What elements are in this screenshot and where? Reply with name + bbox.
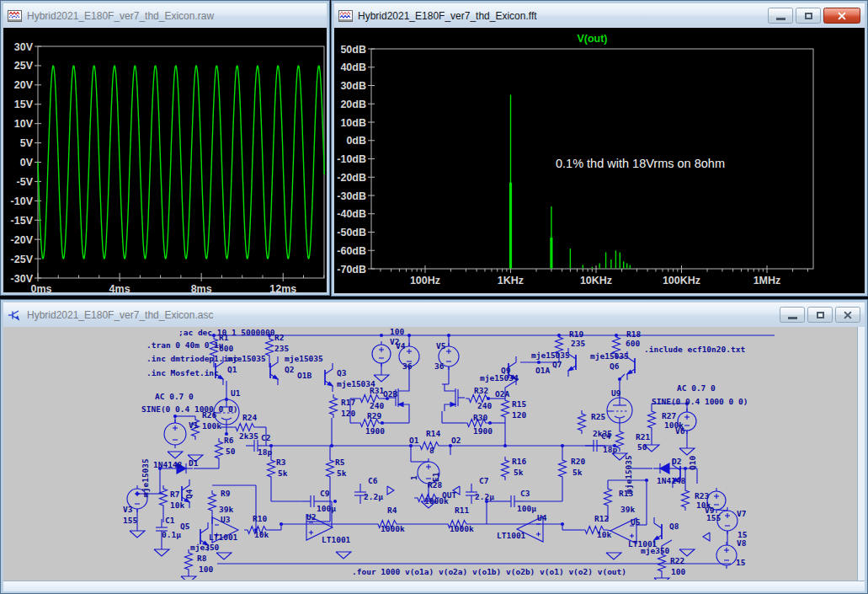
schematic-label: R3 [276, 458, 286, 467]
time-plot-frame: 30V25V20V15V10V5V0V-5V-10V-15V-20V-25V-3… [11, 41, 324, 296]
schematic-labels: ;ac dec 10 1 5000000.tran 0 40m 0 1u.inc… [123, 329, 748, 576]
schematic-label: R25 [591, 412, 605, 421]
schematic-label: V7 [737, 509, 746, 518]
schematic-canvas[interactable]: ;ac dec 10 1 5000000.tran 0 40m 0 1u.inc… [7, 329, 855, 580]
schematic-label: V5 [436, 341, 446, 351]
y-tick-label: -70dB [337, 264, 366, 276]
schematic-label: C3 [520, 489, 530, 498]
y-tick-label: 10V [14, 118, 34, 130]
schematic-label: AC 0.7 0 [155, 392, 194, 401]
schematic-label: R6 [224, 436, 234, 445]
schematic-label: SINE(0 0.4 1000 0 0) [652, 397, 748, 406]
schematic-label: 100 [199, 565, 213, 574]
y-tick-label: -25V [11, 254, 34, 265]
schematic-label: mje350 [641, 546, 670, 555]
minimize-button[interactable] [780, 307, 805, 323]
desktop: { "windows": { "raw": { "title": "Hybrid… [0, 0, 868, 594]
schematic-label: 5k [337, 468, 347, 478]
schematic-label: .include ecf10n20.txt [644, 345, 745, 354]
schematic-label: Q3 [337, 368, 347, 377]
schematic-label: U2 [306, 512, 316, 522]
schematic-label: R4 [387, 506, 397, 515]
time-plot[interactable]: 30V25V20V15V10V5V0V-5V-10V-15V-20V-25V-3… [3, 28, 327, 296]
schematic-label: O1 [409, 436, 419, 445]
fft-plot-pane[interactable]: 50dB40dB30dB20dB10dB0dB-10dB-20dB-30dB-4… [334, 28, 865, 293]
x-tick-label: 100KHz [663, 275, 700, 286]
schematic-label: 5k [278, 468, 288, 478]
titlebar-fft[interactable]: Hybrid2021_E180F_ver7_thd_Exicon.fft [334, 3, 865, 28]
schematic-label: OUT [442, 490, 456, 500]
schematic-label: mje15034 [480, 373, 519, 383]
schematic-label: R18 [626, 329, 641, 339]
schematic-icon [8, 309, 22, 321]
schematic-label: R15 [512, 399, 526, 409]
y-tick-label: 10dB [340, 117, 366, 129]
y-tick-label: -30dB [337, 190, 366, 202]
y-tick-label: -40dB [337, 208, 366, 220]
y-tick-label: 40dB [340, 62, 366, 73]
minimize-icon [776, 18, 785, 20]
schematic-label: .inc Mosfet.inc [146, 368, 219, 377]
y-tick-label: 20dB [340, 99, 366, 110]
schematic-label: 10k [597, 530, 611, 539]
schematic-label: D1 [189, 458, 199, 468]
schematic-label: mje15035 [227, 354, 266, 363]
schematic-label: C9 [320, 489, 330, 498]
close-button[interactable] [835, 307, 860, 323]
window-fft: Hybrid2021_E180F_ver7_thd_Exicon.fft 50d… [331, 0, 868, 297]
schematic-label: 1000k [381, 524, 405, 533]
schematic-label: Q2 [285, 365, 294, 374]
schematic-label: 10k [170, 500, 184, 510]
schematic-label: 10k [254, 530, 269, 539]
schematic-label: V3 [123, 505, 133, 514]
y-tick-label: 0dB [346, 135, 366, 147]
schematic-label: .inc dmtriodep1.inc [146, 354, 238, 363]
waveform-icon [338, 10, 353, 22]
close-button[interactable] [823, 8, 860, 24]
schematic-label: O1B [297, 371, 312, 380]
y-tick-label: -60dB [337, 245, 366, 257]
minimize-button[interactable] [768, 8, 793, 24]
schematic-label: R17 [341, 398, 355, 407]
schematic-label: AC 0.7 0 [677, 383, 716, 393]
restore-button[interactable] [807, 307, 833, 323]
schematic-label: V6 [675, 426, 685, 436]
schematic-label: 8 [429, 446, 434, 455]
schematic-label: R7 [170, 490, 179, 499]
schematic-label: R24 [242, 413, 257, 422]
maximize-button[interactable] [796, 8, 821, 24]
schematic-label: 100 [671, 567, 685, 576]
schematic-label: 39k [620, 505, 635, 514]
window-asc: Hybrid2021_E180F_ver7_thd_Exicon.asc ;ac… [0, 299, 868, 594]
schematic-label: D2 [672, 457, 681, 466]
schematic-label: 2k35 [239, 431, 258, 441]
schematic-label: R30 [473, 413, 487, 422]
schematic-label: R27 [662, 411, 676, 420]
time-plot-pane[interactable]: 30V25V20V15V10V5V0V-5V-10V-15V-20V-25V-3… [3, 28, 327, 292]
window-title-asc: Hybrid2021_E180F_ver7_thd_Exicon.asc [27, 309, 213, 321]
schematic-label: R23 [695, 491, 709, 500]
schematic-label: 18p [603, 445, 617, 454]
schematic-label: mje15035 [590, 351, 629, 361]
schematic-label: Q1 [227, 365, 237, 374]
schematic-label: R9 [221, 489, 231, 498]
fft-plot[interactable]: 50dB40dB30dB20dB10dB0dB-10dB-20dB-30dB-4… [334, 28, 865, 297]
schematic-label: R20 [571, 457, 585, 466]
y-tick-label: 5V [20, 137, 34, 149]
titlebar-raw[interactable]: Hybrid2021_E180F_ver7_thd_Exicon.raw [3, 3, 327, 28]
status-bar [3, 581, 865, 591]
schematic-label: mje350 [190, 543, 220, 552]
schematic-label: 100µ [517, 504, 536, 513]
schematic-label: R14 [426, 429, 440, 438]
window-raw: Hybrid2021_E180F_ver7_thd_Exicon.raw 30V… [0, 0, 330, 296]
x-tick-label: 8ms [191, 283, 212, 295]
schematic-label: 36 [402, 361, 413, 371]
schematic-pane[interactable]: ;ac dec 10 1 5000000.tran 0 40m 0 1u.inc… [3, 327, 865, 581]
y-tick-label: 50dB [340, 44, 366, 56]
schematic-label: LT1001 [322, 535, 351, 544]
titlebar-asc[interactable]: Hybrid2021_E180F_ver7_thd_Exicon.asc [3, 302, 865, 327]
y-tick-label: 15V [14, 99, 34, 110]
window-title-raw: Hybrid2021_E180F_ver7_thd_Exicon.raw [27, 10, 214, 22]
y-tick-label: -10dB [337, 153, 366, 165]
schematic-label: Q10 [688, 456, 697, 470]
